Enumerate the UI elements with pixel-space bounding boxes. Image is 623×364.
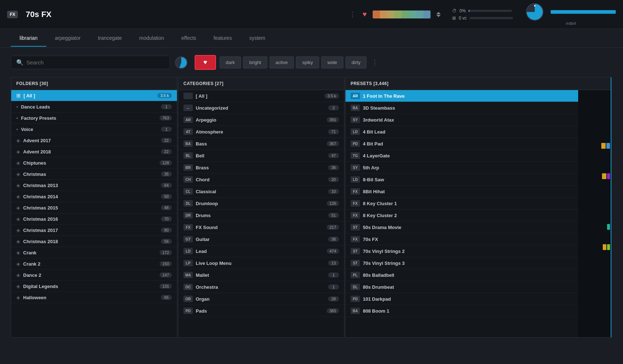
folder-item[interactable]: ◈Christmas 201548 xyxy=(11,202,177,213)
filter-more-dots[interactable]: ⋮ xyxy=(372,59,378,67)
filter-btn-active[interactable]: active xyxy=(270,56,294,68)
category-item[interactable]: [ All ]3.5 k xyxy=(178,90,344,102)
preset-item[interactable]: AR1 Foot In The Rave xyxy=(346,90,578,102)
category-item[interactable]: MAMallet1 xyxy=(178,269,344,281)
preset-item[interactable]: PL80s Balladbell xyxy=(346,269,578,281)
filter-btn-dark[interactable]: dark xyxy=(220,56,241,68)
folder-name: Advent 2017 xyxy=(23,138,161,143)
nav-tab-trancegate[interactable]: trancegate xyxy=(89,30,131,47)
preset-name: 808 Boom 1 xyxy=(363,308,573,314)
preset-name: 1 Foot In The Rave xyxy=(363,93,573,99)
pack-icon: ◈ xyxy=(16,272,20,278)
category-item[interactable]: FXFX Sound217 xyxy=(178,221,344,233)
nav-tab-librarian[interactable]: librarian xyxy=(11,30,46,47)
folder-item[interactable]: ◈Advent 201722 xyxy=(11,135,177,146)
filter-btn-wide[interactable]: wide xyxy=(321,56,343,68)
category-item[interactable]: CHChord20 xyxy=(178,174,344,186)
category-count: 13 xyxy=(328,261,339,266)
folder-item[interactable]: ◈Chiptunes128 xyxy=(11,157,177,169)
folder-item[interactable]: ◈Christmas 201450 xyxy=(11,191,177,202)
preset-item[interactable]: SY5th Arp xyxy=(346,162,578,174)
filter-btn-bright[interactable]: bright xyxy=(243,56,267,68)
nav-tab-modulation[interactable]: modulation xyxy=(131,30,173,47)
category-item[interactable]: BLBell47 xyxy=(178,150,344,162)
folder-item[interactable]: ◈Christmas 201856 xyxy=(11,236,177,247)
category-item[interactable]: ARArpeggio391 xyxy=(178,114,344,126)
folder-item[interactable]: ▪Factory Presets763 xyxy=(11,113,177,124)
folder-item[interactable]: ◈Crank172 xyxy=(11,247,177,258)
preset-item[interactable]: SY3rdworld Atax xyxy=(346,114,578,126)
category-item[interactable]: BABass367 xyxy=(178,138,344,150)
category-item[interactable]: GTGuitar38 xyxy=(178,233,344,245)
category-count: 365 xyxy=(327,308,339,313)
preset-item[interactable]: ST70s Vinyl Strings 3 xyxy=(346,257,578,269)
folder-item[interactable]: ◈Advent 201822 xyxy=(11,146,177,157)
category-item[interactable]: CLClassical10 xyxy=(178,186,344,198)
sort-arrows[interactable] xyxy=(436,12,441,17)
color-vis-row xyxy=(578,242,611,252)
category-name: Live Loop Menu xyxy=(196,261,328,266)
output-knob[interactable] xyxy=(526,3,543,21)
category-item[interactable]: DRDrums51 xyxy=(178,209,344,221)
preset-item[interactable]: BA808 Boom 1 xyxy=(346,305,578,317)
category-count: 36 xyxy=(328,165,339,170)
folder-item[interactable]: ◈Christmas35 xyxy=(11,169,177,180)
category-item[interactable]: LDLead474 xyxy=(178,245,344,257)
nav-tab-arpeggiator[interactable]: arpeggiator xyxy=(46,30,89,47)
category-count: 126 xyxy=(327,201,339,206)
category-item[interactable]: DLDrumloop126 xyxy=(178,198,344,209)
favorites-filter-button[interactable]: ♥ xyxy=(195,55,216,70)
pack-icon: ◈ xyxy=(16,283,20,289)
preset-item[interactable]: FX70s FX xyxy=(346,233,578,245)
menu-dots[interactable]: ⋮ xyxy=(349,10,357,18)
preset-item[interactable]: DL80s Drumbeat xyxy=(346,281,578,293)
preset-name: 8-Bit Saw xyxy=(363,177,573,182)
search-input[interactable] xyxy=(26,59,165,65)
preset-item[interactable]: ST70s Vinyl Strings 2 xyxy=(346,245,578,257)
folder-item[interactable]: ◈Christmas 201780 xyxy=(11,225,177,236)
folder-item[interactable]: ◈Christmas 201364 xyxy=(11,180,177,191)
preset-item[interactable]: FX8Bit Hihat xyxy=(346,186,578,198)
folder-count: 128 xyxy=(160,160,172,165)
filter-btn-dirty[interactable]: dirty xyxy=(346,56,367,68)
preset-item[interactable]: PD4 Bit Pad xyxy=(346,138,578,150)
category-item[interactable]: OCOrchestra1 xyxy=(178,281,344,293)
folder-item[interactable]: ▪Dance Leads1 xyxy=(11,101,177,113)
preset-item[interactable]: ST50s Drama Movie xyxy=(346,221,578,233)
color-vis-row xyxy=(578,262,611,272)
preset-item[interactable]: LD8-Bit Saw xyxy=(346,174,578,186)
folder-item[interactable]: ◈Dance 2147 xyxy=(11,270,177,281)
folder-item[interactable]: ◈Halloween65 xyxy=(11,292,177,303)
filter-btn-spiky[interactable]: spiky xyxy=(296,56,319,68)
nav-tab-system[interactable]: system xyxy=(241,30,274,47)
tune-knob[interactable] xyxy=(175,56,187,69)
folder-item[interactable]: ⊞[ All ]3.5 k xyxy=(11,90,177,101)
color-strip xyxy=(373,10,431,18)
folder-item[interactable]: ◈Digital Legends131 xyxy=(11,281,177,292)
category-name: FX Sound xyxy=(196,225,327,230)
preset-item[interactable]: FX8 Key Cluster 1 xyxy=(346,198,578,209)
nav-tab-features[interactable]: features xyxy=(205,30,241,47)
preset-item[interactable]: PD101 Darkpad xyxy=(346,293,578,305)
preset-item[interactable]: TG4 LayerGate xyxy=(346,150,578,162)
category-badge: GT xyxy=(183,236,193,242)
category-item[interactable]: --Uncategorized2 xyxy=(178,102,344,114)
nav-tab-effects[interactable]: effects xyxy=(173,30,205,47)
preset-item[interactable]: LD4 Bit Lead xyxy=(346,126,578,138)
folder-item[interactable]: ▪Voice1 xyxy=(11,124,177,135)
category-item[interactable]: OROrgan28 xyxy=(178,293,344,305)
category-item[interactable]: ATAtmosphere71 xyxy=(178,126,344,138)
color-block xyxy=(607,244,610,250)
folder-item[interactable]: ◈Crank 2150 xyxy=(11,258,177,270)
category-item[interactable]: PDPads365 xyxy=(178,305,344,317)
preset-item[interactable]: BA3D Steambass xyxy=(346,102,578,114)
category-item[interactable]: BRBrass36 xyxy=(178,162,344,174)
category-badge: DR xyxy=(183,212,193,219)
folder-item[interactable]: ◈Christmas 201670 xyxy=(11,213,177,225)
folder-name: Voice xyxy=(21,127,161,132)
preset-item[interactable]: FX8 Key Cluster 2 xyxy=(346,209,578,221)
search-box[interactable]: 🔍 xyxy=(11,56,170,69)
presets-with-scroll: AR1 Foot In The RaveBA3D SteambassSY3rdw… xyxy=(346,90,611,337)
category-item[interactable]: LPLive Loop Menu13 xyxy=(178,257,344,269)
favorite-heart-icon[interactable]: ♥ xyxy=(363,10,367,18)
